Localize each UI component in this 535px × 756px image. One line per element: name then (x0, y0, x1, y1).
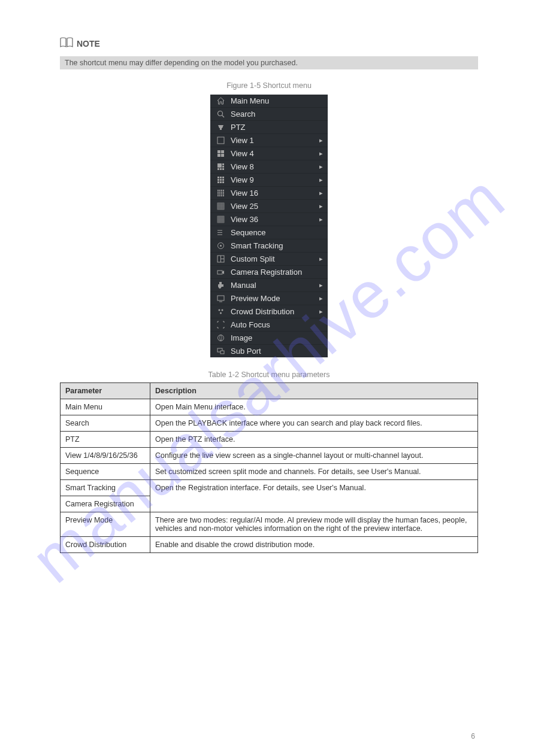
menu-item-manual[interactable]: Manual ▸ (210, 279, 328, 292)
view36-icon (216, 215, 225, 224)
menu-label: Custom Split (231, 254, 313, 263)
chevron-right-icon: ▸ (319, 176, 323, 184)
menu-item-view25[interactable]: View 25 ▸ (210, 200, 328, 213)
shortcut-menu: Main Menu Search PTZ View 1 ▸ View 4 ▸ V… (210, 95, 328, 357)
table-row: SearchOpen the PLAYBACK interface where … (61, 415, 478, 432)
crowd-dist-icon (216, 308, 225, 316)
menu-item-camera-registration[interactable]: Camera Registration (210, 266, 328, 279)
menu-label: Smart Tracking (231, 241, 323, 250)
cell-desc: Open the Registration interface. For det… (150, 480, 478, 512)
chevron-right-icon: ▸ (319, 255, 323, 263)
table-row: Crowd DistributionEnable and disable the… (61, 537, 478, 553)
chevron-right-icon: ▸ (319, 215, 323, 223)
menu-item-search[interactable]: Search (210, 108, 328, 121)
sequence-icon (216, 229, 225, 237)
svg-rect-15 (222, 177, 224, 178)
menu-label: Crowd Distribution (231, 307, 313, 316)
page-number: 6 (471, 732, 475, 740)
menu-item-crowd-distribution[interactable]: Crowd Distribution ▸ (210, 305, 328, 318)
menu-item-sequence[interactable]: Sequence (210, 226, 328, 239)
svg-point-71 (220, 312, 222, 314)
menu-label: View 4 (231, 149, 313, 158)
menu-label: Preview Mode (231, 294, 313, 303)
svg-rect-32 (221, 193, 222, 195)
cell-desc: Open the PTZ interface. (150, 432, 478, 448)
svg-line-1 (222, 116, 224, 118)
menu-label: View 36 (231, 215, 313, 224)
menu-label: View 16 (231, 189, 313, 198)
menu-label: View 9 (231, 175, 313, 184)
chevron-right-icon: ▸ (319, 281, 323, 289)
menu-item-view16[interactable]: View 16 ▸ (210, 187, 328, 200)
cell-param: Sequence (61, 464, 150, 480)
svg-rect-7 (217, 163, 222, 168)
svg-rect-13 (217, 177, 219, 178)
th-parameter: Parameter (61, 383, 150, 399)
menu-item-image[interactable]: Image (210, 332, 328, 345)
svg-rect-5 (217, 154, 220, 157)
cell-desc: Set customized screen split mode and cha… (150, 464, 478, 480)
menu-item-view9[interactable]: View 9 ▸ (210, 174, 328, 187)
menu-item-sub-port[interactable]: Sub Port (210, 345, 328, 357)
svg-rect-4 (221, 150, 224, 153)
subport-icon (216, 347, 225, 356)
svg-rect-26 (217, 192, 219, 193)
svg-rect-6 (221, 154, 224, 157)
table-row: Smart TrackingOpen the Registration inte… (61, 480, 478, 496)
view9-icon (216, 176, 225, 184)
svg-point-62 (220, 245, 222, 247)
cell-desc: Enable and disable the crowd distributio… (150, 537, 478, 553)
search-icon (216, 110, 225, 119)
note-text-bar: The shortcut menu may differ depending o… (60, 56, 478, 69)
svg-rect-3 (217, 150, 220, 153)
svg-point-69 (218, 309, 220, 311)
svg-rect-12 (222, 168, 224, 170)
menu-item-view4[interactable]: View 4 ▸ (210, 147, 328, 160)
camera-reg-icon (216, 268, 225, 277)
svg-rect-38 (217, 203, 224, 210)
svg-rect-10 (217, 168, 219, 170)
svg-rect-21 (222, 181, 224, 183)
svg-rect-8 (222, 163, 224, 165)
smart-tracking-icon (216, 242, 225, 250)
menu-label: Auto Focus (231, 320, 323, 329)
figure-label: Figure 1-5 Shortcut menu (60, 81, 478, 90)
menu-item-smart-tracking[interactable]: Smart Tracking (210, 239, 328, 253)
table-row: PTZOpen the PTZ interface. (61, 432, 478, 448)
cell-desc: Open the PLAYBACK interface where you ca… (150, 415, 478, 432)
table-label: Table 1-2 Shortcut menu parameters (60, 371, 478, 379)
menu-item-view1[interactable]: View 1 ▸ (210, 134, 328, 147)
menu-item-main-menu[interactable]: Main Menu (210, 95, 328, 108)
auto-focus-icon (216, 321, 225, 329)
svg-rect-18 (222, 179, 224, 181)
note-label: NOTE (77, 39, 100, 48)
svg-rect-66 (217, 271, 222, 274)
menu-item-ptz[interactable]: PTZ (210, 121, 328, 134)
menu-item-auto-focus[interactable]: Auto Focus (210, 318, 328, 332)
svg-rect-22 (217, 190, 219, 191)
menu-item-custom-split[interactable]: Custom Split ▸ (210, 253, 328, 266)
table-row: Main MenuOpen Main Menu interface. (61, 399, 478, 415)
svg-rect-17 (220, 179, 222, 181)
menu-item-view36[interactable]: View 36 ▸ (210, 213, 328, 226)
view1-icon (216, 136, 225, 145)
svg-rect-2 (217, 137, 224, 144)
cell-param: Camera Registration (61, 496, 150, 512)
menu-label: PTZ (231, 123, 323, 132)
ptz-icon (216, 123, 225, 132)
view25-icon (216, 202, 225, 211)
chevron-right-icon: ▸ (319, 163, 323, 171)
menu-item-view8[interactable]: View 8 ▸ (210, 160, 328, 174)
cell-param: Preview Mode (61, 512, 150, 537)
svg-rect-31 (219, 193, 220, 195)
chevron-right-icon: ▸ (319, 202, 323, 210)
svg-rect-19 (217, 181, 219, 183)
menu-label: Sub Port (231, 347, 323, 356)
svg-rect-9 (222, 166, 224, 168)
view4-icon (216, 150, 225, 158)
menu-item-preview-mode[interactable]: Preview Mode ▸ (210, 292, 328, 305)
cell-param: Search (61, 415, 150, 432)
svg-rect-36 (221, 195, 222, 196)
menu-label: View 8 (231, 162, 313, 171)
view16-icon (216, 189, 225, 198)
